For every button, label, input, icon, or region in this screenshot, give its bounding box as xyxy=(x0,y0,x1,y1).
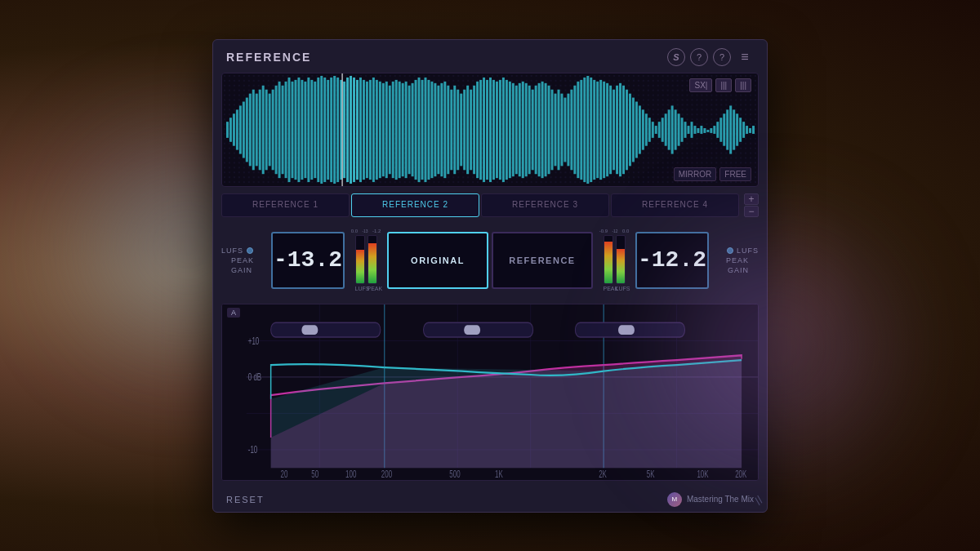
tabs-pm-group: + − xyxy=(744,193,759,217)
svg-rect-77 xyxy=(470,89,472,170)
help-icon[interactable]: ? xyxy=(690,48,708,66)
footer: RESET M Mastering The Mix xyxy=(213,487,767,512)
svg-rect-135 xyxy=(658,122,661,138)
reference-button[interactable]: reference xyxy=(492,232,593,289)
svg-rect-41 xyxy=(353,77,355,181)
svg-rect-145 xyxy=(691,122,693,138)
svg-rect-94 xyxy=(525,82,528,176)
s-icon[interactable]: S xyxy=(667,48,685,66)
svg-rect-2 xyxy=(226,122,229,138)
left-lufs-label: LUFS xyxy=(221,247,253,255)
svg-rect-152 xyxy=(713,126,715,134)
svg-rect-32 xyxy=(323,77,326,181)
svg-rect-81 xyxy=(483,77,485,181)
svg-rect-53 xyxy=(392,81,394,177)
svg-rect-17 xyxy=(275,85,278,173)
tab-add-button[interactable]: + xyxy=(744,193,759,205)
svg-text:5K: 5K xyxy=(647,469,655,479)
svg-rect-10 xyxy=(252,89,255,170)
svg-rect-160 xyxy=(739,118,742,142)
left-gain-label: GAIN xyxy=(221,266,252,274)
brand-section: M Mastering The Mix xyxy=(667,492,754,507)
eq-label-a: A xyxy=(227,308,240,318)
svg-text:-10: -10 xyxy=(248,444,258,455)
left-lufs-bar-fill xyxy=(356,250,364,283)
svg-rect-62 xyxy=(421,79,424,179)
tab-reference-3[interactable]: REFERENCE 3 xyxy=(481,193,609,217)
svg-rect-124 xyxy=(622,85,625,173)
svg-rect-8 xyxy=(246,97,248,162)
svg-rect-75 xyxy=(463,89,466,170)
tab-remove-button[interactable]: − xyxy=(744,206,759,217)
svg-text:50: 50 xyxy=(311,469,318,479)
svg-rect-82 xyxy=(486,79,488,179)
svg-rect-122 xyxy=(616,85,618,173)
svg-rect-49 xyxy=(379,81,381,177)
left-meter-scale: 0.0 -13 -1.2 xyxy=(350,229,382,233)
original-button[interactable]: ORIGINAL xyxy=(387,232,488,289)
svg-rect-91 xyxy=(515,85,518,173)
svg-rect-21 xyxy=(288,77,291,181)
sx-btn[interactable]: SX| xyxy=(689,78,712,92)
svg-rect-140 xyxy=(675,109,677,149)
mirror-button[interactable]: MIRROR xyxy=(674,167,717,181)
svg-rect-127 xyxy=(632,97,635,162)
reset-button[interactable]: RESET xyxy=(226,495,265,504)
svg-rect-86 xyxy=(499,79,501,179)
svg-text:500: 500 xyxy=(449,469,461,479)
svg-text:1K: 1K xyxy=(495,469,503,479)
svg-rect-93 xyxy=(522,81,524,177)
right-labels: LUFS PEAK GAIN xyxy=(714,247,759,274)
svg-rect-84 xyxy=(492,79,495,179)
svg-rect-120 xyxy=(609,85,612,173)
eq-section[interactable]: A 0 dB +10 -10 xyxy=(221,304,759,481)
svg-rect-138 xyxy=(668,109,670,149)
free-button[interactable]: FREE xyxy=(719,167,751,181)
right-peak-label: PEAK xyxy=(726,256,759,264)
svg-rect-185 xyxy=(618,325,635,335)
tab-reference-1[interactable]: REFERENCE 1 xyxy=(221,193,350,217)
svg-rect-150 xyxy=(706,130,709,132)
svg-rect-110 xyxy=(577,81,579,177)
svg-rect-139 xyxy=(671,105,674,153)
svg-rect-126 xyxy=(629,93,631,166)
svg-rect-43 xyxy=(359,77,362,181)
svg-rect-64 xyxy=(427,79,430,179)
menu-icon[interactable]: ≡ xyxy=(736,48,754,66)
tab-reference-2[interactable]: REFERENCE 2 xyxy=(351,193,479,217)
brand-logo: M xyxy=(667,492,682,507)
svg-rect-114 xyxy=(590,77,592,181)
svg-rect-108 xyxy=(570,89,572,170)
right-lufs-value: -12.2 xyxy=(635,232,709,289)
svg-rect-148 xyxy=(700,126,702,134)
svg-rect-6 xyxy=(239,105,242,153)
bars-btn2[interactable]: ||| xyxy=(735,78,751,92)
svg-rect-95 xyxy=(528,85,531,173)
tab-reference-4[interactable]: REFERENCE 4 xyxy=(611,193,739,217)
svg-rect-164 xyxy=(752,126,755,134)
svg-rect-57 xyxy=(405,81,408,177)
svg-rect-55 xyxy=(399,81,401,177)
left-peak-bar-fill xyxy=(368,243,376,283)
svg-rect-19 xyxy=(282,85,284,173)
svg-rect-146 xyxy=(693,126,696,134)
info-icon[interactable]: ? xyxy=(713,48,731,66)
right-gain-label: GAIN xyxy=(728,266,759,274)
svg-rect-66 xyxy=(434,82,436,176)
waveform-controls: SX| ||| ||| xyxy=(689,78,751,92)
bars-btn1[interactable]: ||| xyxy=(715,78,732,92)
right-meter-scale: -0.9 -12 0.0 xyxy=(598,229,630,233)
svg-rect-90 xyxy=(512,82,514,176)
svg-rect-153 xyxy=(716,122,719,138)
svg-text:0 dB: 0 dB xyxy=(248,371,262,382)
svg-rect-159 xyxy=(736,113,738,145)
svg-rect-151 xyxy=(710,128,712,133)
svg-rect-11 xyxy=(256,93,258,166)
svg-text:20: 20 xyxy=(281,469,288,479)
svg-rect-101 xyxy=(548,85,550,173)
svg-rect-183 xyxy=(464,325,480,335)
svg-rect-119 xyxy=(606,82,608,176)
svg-rect-5 xyxy=(236,109,238,149)
svg-rect-98 xyxy=(538,82,541,176)
waveform-area[interactable]: SX| ||| ||| MIRROR FREE xyxy=(221,73,759,187)
